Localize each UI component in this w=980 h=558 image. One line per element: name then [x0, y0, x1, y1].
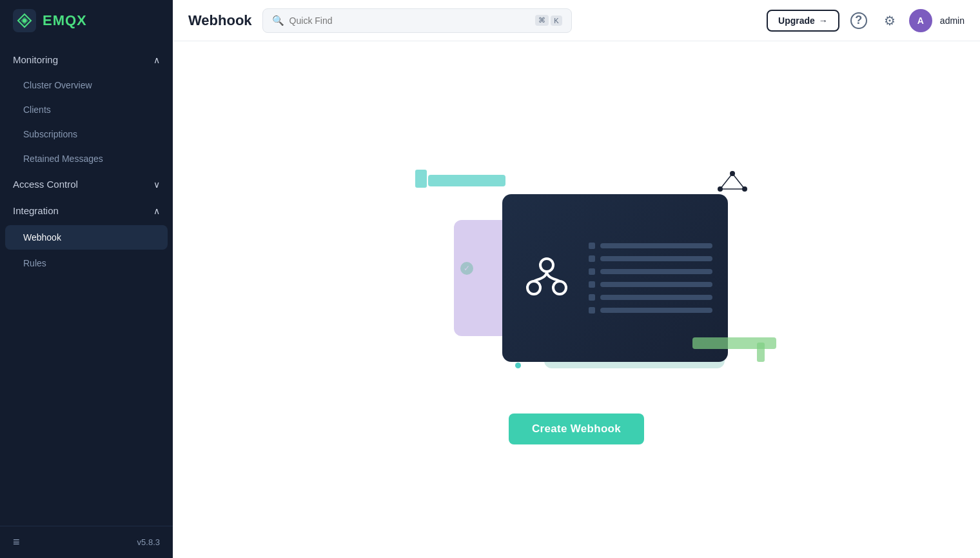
integration-label: Integration: [13, 205, 59, 216]
sidebar-item-subscriptions[interactable]: Subscriptions: [0, 122, 173, 146]
main-content: Webhook 🔍 ⌘ K Upgrade → ? ⚙ A admin: [173, 0, 980, 558]
search-bar[interactable]: 🔍 ⌘ K: [262, 8, 572, 33]
settings-button[interactable]: ⚙: [878, 9, 901, 32]
topbar: Webhook 🔍 ⌘ K Upgrade → ? ⚙ A admin: [173, 0, 980, 41]
illustration-art: ✓: [377, 155, 776, 388]
app-name: EMQX: [43, 12, 87, 29]
svg-line-6: [732, 174, 745, 189]
search-shortcut-cmd: ⌘: [535, 15, 549, 26]
help-icon: ?: [850, 12, 867, 29]
search-icon: 🔍: [272, 15, 284, 26]
monitoring-label: Monitoring: [13, 54, 58, 65]
logo: EMQX: [0, 0, 173, 41]
sidebar-footer: ≡ v5.8.3: [0, 526, 173, 558]
access-control-chevron: ∨: [153, 179, 160, 190]
webhook-icon: [518, 249, 576, 307]
deco-dot-left: [515, 363, 521, 368]
integration-chevron: ∧: [153, 206, 160, 216]
create-webhook-button[interactable]: Create Webhook: [509, 414, 644, 444]
help-button[interactable]: ?: [847, 9, 870, 32]
sidebar-item-rules[interactable]: Rules: [0, 251, 173, 275]
emqx-logo-icon: [13, 9, 36, 32]
svg-point-10: [553, 281, 566, 294]
monitoring-chevron: ∧: [153, 55, 160, 65]
sidebar-item-cluster-overview[interactable]: Cluster Overview: [0, 73, 173, 97]
access-control-label: Access Control: [13, 179, 78, 190]
svg-point-1: [23, 19, 26, 23]
deco-cyan-bar: [428, 175, 505, 186]
sidebar-section-integration[interactable]: Integration ∧: [0, 197, 173, 224]
sidebar-item-webhook[interactable]: Webhook: [5, 225, 168, 250]
admin-label: admin: [940, 15, 965, 26]
collapse-sidebar-button[interactable]: ≡: [13, 535, 20, 549]
topbar-right: Upgrade → ? ⚙ A admin: [767, 9, 965, 32]
dark-card: [502, 194, 728, 362]
deco-network-icon: [715, 168, 750, 197]
sidebar-section-access-control[interactable]: Access Control ∨: [0, 171, 173, 197]
svg-line-5: [720, 174, 732, 189]
content-area: ✓: [173, 41, 980, 558]
svg-point-9: [527, 281, 540, 294]
deco-green-bar: [692, 337, 776, 349]
app-version: v5.8.3: [137, 537, 160, 547]
avatar: A: [909, 9, 932, 32]
sidebar-item-retained-messages[interactable]: Retained Messages: [0, 146, 173, 171]
upgrade-button[interactable]: Upgrade →: [767, 10, 839, 32]
settings-icon: ⚙: [884, 13, 896, 28]
sidebar-nav: Monitoring ∧ Cluster Overview Clients Su…: [0, 41, 173, 526]
arrow-right-icon: →: [819, 15, 828, 26]
search-input[interactable]: [289, 15, 531, 26]
illustration-container: ✓: [351, 139, 802, 461]
sidebar-section-monitoring[interactable]: Monitoring ∧: [0, 46, 173, 73]
card-lines: [589, 243, 712, 314]
sidebar-item-clients[interactable]: Clients: [0, 97, 173, 122]
search-shortcut: ⌘ K: [535, 15, 562, 26]
deco-cyan-rect: [415, 170, 427, 188]
sidebar: EMQX Monitoring ∧ Cluster Overview Clien…: [0, 0, 173, 558]
svg-point-8: [540, 259, 553, 272]
page-title: Webhook: [188, 12, 252, 29]
search-shortcut-key: K: [551, 15, 562, 26]
